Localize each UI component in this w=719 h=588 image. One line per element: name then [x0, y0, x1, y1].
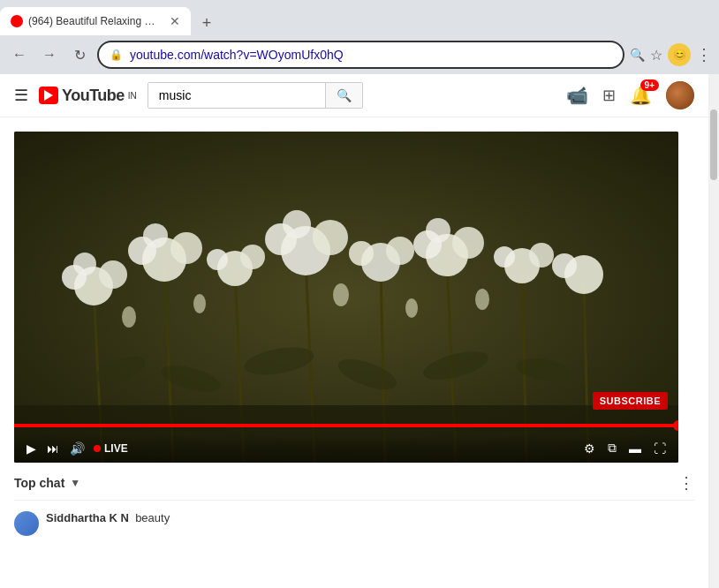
- youtube-search-button[interactable]: 🔍: [325, 83, 362, 108]
- apps-grid-button[interactable]: ⊞: [602, 86, 616, 105]
- upload-video-button[interactable]: 📹: [566, 85, 588, 106]
- svg-point-15: [170, 232, 202, 264]
- youtube-text: YouTube: [62, 87, 125, 105]
- youtube-search-input[interactable]: [148, 83, 325, 108]
- youtube-logo-icon: [39, 87, 58, 104]
- progress-fill: [14, 424, 678, 427]
- svg-point-22: [313, 220, 348, 255]
- video-player[interactable]: SUBSCRIBE ▶ ⏭ 🔊 LIVE: [14, 132, 678, 463]
- youtube-logo[interactable]: YouTubeIN: [39, 87, 137, 105]
- subscribe-overlay-button[interactable]: SUBSCRIBE: [593, 392, 668, 410]
- svg-point-32: [494, 246, 515, 268]
- lock-icon: 🔒: [110, 49, 123, 61]
- notifications-button[interactable]: 🔔 9+: [630, 85, 652, 106]
- address-bar-row: ← → ↻ 🔒 🔍 ☆ 😊 ⋮: [0, 35, 719, 74]
- content-area: ☰ YouTubeIN 🔍 📹 ⊞ 🔔 9+: [0, 74, 719, 588]
- video-thumbnail: [14, 132, 678, 463]
- svg-point-35: [552, 253, 577, 278]
- volume-button[interactable]: 🔊: [68, 440, 87, 457]
- header-right-controls: 📹 ⊞ 🔔 9+: [566, 81, 694, 109]
- tab-favicon: [11, 15, 23, 27]
- youtube-header: ☰ YouTubeIN 🔍 📹 ⊞ 🔔 9+: [0, 74, 708, 117]
- address-bar[interactable]: 🔒: [97, 41, 624, 69]
- new-tab-button[interactable]: +: [194, 11, 219, 35]
- youtube-country-code: IN: [128, 91, 137, 101]
- chat-messages-area: Siddhartha K N beauty: [14, 501, 694, 539]
- youtube-search-bar: 🔍: [148, 82, 363, 109]
- svg-point-18: [207, 249, 228, 270]
- avatar-image: [666, 81, 694, 109]
- live-dot: [94, 445, 101, 452]
- video-progress-bar[interactable]: [14, 424, 678, 427]
- tab-title: (964) Beautiful Relaxing Hymns...: [28, 15, 161, 27]
- notification-badge: 9+: [640, 79, 659, 91]
- chrome-profile[interactable]: 😊: [668, 43, 691, 66]
- tab-bar: (964) Beautiful Relaxing Hymns... ✕ +: [0, 0, 719, 35]
- svg-point-25: [349, 241, 374, 266]
- svg-point-39: [405, 298, 418, 318]
- scrollbar[interactable]: [708, 74, 719, 588]
- user-avatar[interactable]: [666, 81, 694, 109]
- chat-chevron-icon: ▼: [70, 477, 80, 489]
- active-tab[interactable]: (964) Beautiful Relaxing Hymns... ✕: [0, 7, 191, 35]
- back-button[interactable]: ←: [7, 42, 32, 67]
- hamburger-menu-button[interactable]: ☰: [14, 86, 28, 105]
- scroll-thumb[interactable]: [710, 109, 717, 180]
- chat-section: Top chat ▼ ⋮ Siddhartha K N beauty: [0, 463, 708, 539]
- svg-point-23: [283, 210, 311, 238]
- svg-point-16: [143, 223, 168, 248]
- video-section: SUBSCRIBE ▶ ⏭ 🔊 LIVE: [0, 117, 708, 463]
- svg-point-30: [426, 218, 450, 243]
- svg-point-36: [122, 306, 136, 328]
- chat-message-text: Siddhartha K N beauty: [46, 511, 170, 524]
- svg-point-40: [475, 289, 489, 310]
- svg-point-33: [529, 243, 554, 268]
- play-button[interactable]: ▶: [25, 440, 38, 457]
- chat-menu-button[interactable]: ⋮: [678, 473, 694, 493]
- svg-point-38: [333, 283, 349, 306]
- miniplayer-button[interactable]: ⧉: [606, 439, 618, 457]
- svg-point-26: [386, 237, 414, 265]
- svg-point-29: [452, 227, 484, 259]
- svg-point-11: [99, 260, 127, 289]
- fullscreen-button[interactable]: ⛶: [652, 440, 668, 457]
- settings-button[interactable]: ⚙: [582, 440, 597, 457]
- refresh-button[interactable]: ↻: [67, 42, 92, 67]
- chat-message-item: Siddhartha K N beauty: [14, 508, 694, 539]
- live-label: LIVE: [104, 442, 128, 455]
- bookmark-icon[interactable]: ☆: [650, 47, 662, 64]
- chat-title-label: Top chat: [14, 476, 64, 490]
- play-triangle-icon: [44, 90, 53, 101]
- progress-dot: [673, 420, 678, 431]
- video-controls: ▶ ⏭ 🔊 LIVE ⚙ ⧉ ▬ ⛶: [14, 433, 678, 463]
- top-chat-toggle[interactable]: Top chat ▼: [14, 476, 80, 490]
- svg-point-19: [240, 245, 265, 269]
- browser-window: (964) Beautiful Relaxing Hymns... ✕ + ← …: [0, 0, 719, 74]
- chat-username: Siddhartha K N: [46, 511, 129, 524]
- chat-user-avatar: [14, 511, 39, 536]
- svg-point-37: [193, 294, 206, 313]
- theater-button[interactable]: ▬: [627, 440, 643, 457]
- chat-message-body: beauty: [135, 511, 170, 524]
- chat-header: Top chat ▼ ⋮: [14, 473, 694, 501]
- chrome-menu-button[interactable]: ⋮: [696, 45, 712, 64]
- controls-right: ⚙ ⧉ ▬ ⛶: [582, 439, 668, 457]
- chrome-search-icon[interactable]: 🔍: [630, 48, 645, 62]
- live-badge: LIVE: [94, 442, 128, 455]
- main-scroll-area: ☰ YouTubeIN 🔍 📹 ⊞ 🔔 9+: [0, 74, 708, 588]
- svg-point-12: [73, 253, 96, 275]
- tab-close-button[interactable]: ✕: [170, 14, 180, 28]
- forward-button[interactable]: →: [37, 42, 62, 67]
- skip-button[interactable]: ⏭: [45, 440, 61, 457]
- url-input[interactable]: [130, 48, 612, 62]
